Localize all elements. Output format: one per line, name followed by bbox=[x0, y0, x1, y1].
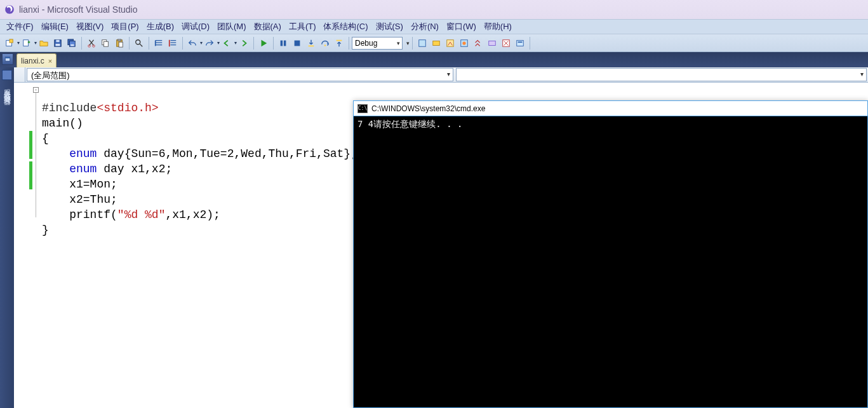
uncomment-icon[interactable] bbox=[166, 37, 179, 50]
outline-toggle-icon[interactable]: - bbox=[33, 87, 39, 93]
menu-project[interactable]: 项目(P) bbox=[107, 20, 142, 34]
svg-rect-20 bbox=[309, 45, 314, 46]
svg-rect-8 bbox=[70, 44, 74, 46]
tab-close-icon[interactable]: × bbox=[48, 57, 52, 65]
scope-bar: (全局范围) bbox=[14, 67, 868, 83]
stop-debug-icon[interactable] bbox=[291, 37, 304, 50]
svg-rect-2 bbox=[23, 39, 29, 46]
window-title: lianxi - Microsoft Visual Studio bbox=[19, 4, 137, 15]
svg-rect-25 bbox=[447, 39, 454, 46]
svg-rect-15 bbox=[119, 42, 123, 47]
svg-rect-22 bbox=[337, 39, 342, 41]
menu-bar: 文件(F) 编辑(E) 视图(V) 项目(P) 生成(B) 调试(D) 团队(M… bbox=[0, 19, 868, 34]
add-item-icon[interactable] bbox=[20, 37, 33, 50]
ext6-icon[interactable] bbox=[486, 37, 498, 50]
menu-help[interactable]: 帮助(H) bbox=[480, 20, 516, 34]
change-marker bbox=[29, 131, 32, 159]
document-tab-row: lianxi.c × bbox=[0, 52, 868, 67]
tabwell-button[interactable] bbox=[2, 53, 13, 65]
cmd-window[interactable]: C:\ C:\WINDOWS\system32\cmd.exe 7 4请按任意键… bbox=[353, 100, 868, 408]
ext8-icon[interactable] bbox=[514, 37, 526, 50]
nav-back-icon[interactable] bbox=[220, 37, 233, 50]
menu-build[interactable]: 生成(B) bbox=[143, 20, 178, 34]
svg-rect-33 bbox=[5, 57, 10, 58]
svg-rect-1 bbox=[10, 39, 13, 42]
member-combo[interactable] bbox=[456, 68, 867, 81]
save-icon[interactable] bbox=[51, 37, 64, 50]
cmd-title: C:\WINDOWS\system32\cmd.exe bbox=[371, 104, 485, 113]
svg-rect-19 bbox=[295, 40, 300, 46]
scope-value: (全局范围) bbox=[31, 71, 70, 80]
svg-rect-24 bbox=[433, 41, 440, 45]
menu-team[interactable]: 团队(M) bbox=[213, 20, 250, 34]
menu-tools[interactable]: 工具(T) bbox=[285, 20, 320, 34]
config-combo[interactable]: Debug bbox=[352, 37, 403, 50]
svg-rect-30 bbox=[517, 40, 524, 46]
menu-architecture[interactable]: 体系结构(C) bbox=[319, 20, 371, 34]
svg-point-21 bbox=[324, 44, 326, 46]
step-into-icon[interactable] bbox=[305, 37, 317, 50]
change-marker bbox=[29, 161, 32, 189]
svg-rect-23 bbox=[419, 39, 426, 46]
tab-label: lianxi.c bbox=[21, 57, 44, 65]
cmd-output: 7 4请按任意键继续. . . bbox=[354, 116, 867, 407]
menu-file[interactable]: 文件(F) bbox=[3, 20, 37, 34]
paste-icon[interactable] bbox=[113, 37, 126, 50]
code-body: #include<stdio.h> main() { enum day{Sun=… bbox=[42, 85, 357, 253]
ext5-icon[interactable] bbox=[472, 37, 484, 50]
svg-rect-28 bbox=[489, 41, 496, 45]
ext2-icon[interactable] bbox=[430, 37, 443, 50]
menu-test[interactable]: 测试(S) bbox=[372, 20, 407, 34]
copy-icon[interactable] bbox=[99, 37, 112, 50]
vs-logo-icon bbox=[4, 4, 15, 15]
menu-window[interactable]: 窗口(W) bbox=[443, 20, 480, 34]
svg-rect-18 bbox=[284, 40, 286, 46]
config-value: Debug bbox=[355, 39, 377, 48]
svg-point-27 bbox=[462, 41, 465, 44]
step-out-icon[interactable] bbox=[333, 37, 345, 50]
new-project-icon[interactable] bbox=[3, 37, 16, 50]
ext3-icon[interactable] bbox=[444, 37, 457, 50]
outline-line bbox=[36, 93, 36, 217]
menu-view[interactable]: 视图(V) bbox=[72, 20, 107, 34]
menu-edit[interactable]: 编辑(E) bbox=[37, 20, 72, 34]
scope-combo[interactable]: (全局范围) bbox=[27, 68, 453, 81]
save-all-icon[interactable] bbox=[65, 37, 78, 50]
svg-rect-14 bbox=[117, 39, 121, 41]
start-debug-icon[interactable] bbox=[257, 37, 270, 50]
ext7-icon[interactable] bbox=[500, 37, 512, 50]
ext4-icon[interactable] bbox=[458, 37, 471, 50]
svg-rect-31 bbox=[518, 41, 523, 43]
svg-rect-12 bbox=[103, 41, 108, 46]
server-explorer-sidebar[interactable]: 服务器资源管理器 bbox=[0, 67, 14, 408]
cmd-title-bar[interactable]: C:\ C:\WINDOWS\system32\cmd.exe bbox=[354, 101, 867, 116]
comment-icon[interactable] bbox=[152, 37, 165, 50]
server-explorer-icon bbox=[2, 70, 12, 80]
menu-data[interactable]: 数据(A) bbox=[250, 20, 285, 34]
menu-debug[interactable]: 调试(D) bbox=[178, 20, 213, 34]
redo-icon[interactable] bbox=[203, 37, 216, 50]
title-bar: lianxi - Microsoft Visual Studio bbox=[0, 0, 868, 19]
open-file-icon[interactable] bbox=[37, 37, 50, 50]
main-toolbar: ▾ ▾ ▾ ▾ ▾ Debug ▾ bbox=[0, 34, 868, 52]
undo-icon[interactable] bbox=[186, 37, 199, 50]
menu-analyze[interactable]: 分析(N) bbox=[407, 20, 443, 34]
scope-left-gutter bbox=[14, 67, 25, 82]
break-all-icon[interactable] bbox=[277, 37, 290, 50]
cut-icon[interactable] bbox=[85, 37, 98, 50]
step-over-icon[interactable] bbox=[319, 37, 331, 50]
svg-point-16 bbox=[136, 39, 140, 44]
cmd-icon: C:\ bbox=[357, 104, 368, 113]
nav-forward-icon[interactable] bbox=[237, 37, 250, 50]
editor-gutter: - bbox=[14, 83, 42, 408]
svg-rect-17 bbox=[281, 40, 283, 46]
find-icon[interactable] bbox=[133, 37, 145, 50]
svg-rect-4 bbox=[56, 43, 60, 46]
server-explorer-label: 服务器资源管理器 bbox=[3, 84, 12, 94]
ext1-icon[interactable] bbox=[416, 37, 429, 50]
svg-rect-5 bbox=[56, 39, 59, 42]
tab-lianxi[interactable]: lianxi.c × bbox=[17, 53, 57, 67]
